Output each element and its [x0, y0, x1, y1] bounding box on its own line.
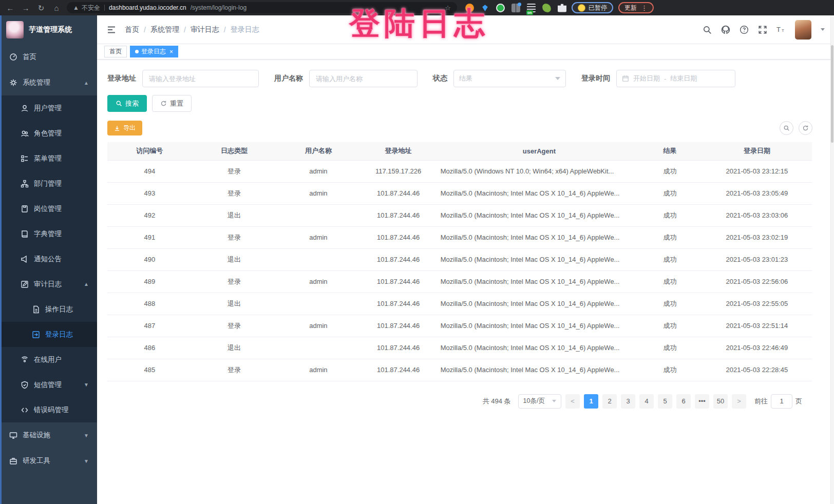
extension-list-icon[interactable]: on — [527, 4, 536, 12]
scrollbar-thumb[interactable] — [831, 45, 833, 143]
breadcrumb-home[interactable]: 首页 — [125, 25, 139, 34]
sidebar-item-login-log[interactable]: 登录日志 — [0, 322, 97, 347]
cell-result: 成功 — [638, 248, 702, 270]
browser-menu-kebab-icon[interactable]: ⋮ — [641, 4, 648, 12]
sidebar-item-operate-log[interactable]: 操作日志 — [0, 297, 97, 322]
cell-address: 101.87.244.46 — [361, 293, 437, 315]
sidebar-item-label: 角色管理 — [34, 129, 62, 138]
logo-image — [6, 21, 24, 38]
page-button-3[interactable]: 3 — [621, 394, 635, 409]
page-scrollbar[interactable] — [830, 15, 834, 504]
sidebar-item-notice[interactable]: 通知公告 — [0, 246, 97, 272]
sidebar-item-audit-log[interactable]: 审计日志 ▲ — [0, 272, 97, 297]
sidebar-item-error-code[interactable]: 错误码管理 — [0, 397, 97, 422]
breadcrumb-system[interactable]: 系统管理 — [150, 25, 179, 34]
page-ellipsis-button[interactable]: ••• — [695, 394, 709, 409]
extension-gem-icon[interactable] — [481, 4, 489, 12]
cell-id: 485 — [107, 359, 192, 381]
help-icon[interactable] — [740, 25, 749, 34]
cell-log-type: 退出 — [192, 204, 277, 226]
url-divider — [104, 5, 105, 11]
goto-label: 前往 — [754, 397, 768, 406]
table-row: 494登录admin117.159.17.226Mozilla/5.0 (Win… — [107, 160, 812, 182]
status-select[interactable]: 结果 — [453, 70, 566, 87]
page-button-5[interactable]: 5 — [658, 394, 672, 409]
cell-id: 489 — [107, 270, 192, 293]
extension-grid-icon[interactable] — [511, 4, 520, 12]
extension-leaf-icon[interactable] — [542, 4, 551, 12]
extension-green-circle-icon[interactable] — [496, 4, 505, 12]
breadcrumb-audit[interactable]: 审计日志 — [191, 25, 219, 34]
cell-username: admin — [276, 182, 360, 204]
cell-id: 492 — [107, 204, 192, 226]
browser-back-button[interactable]: ← — [5, 4, 15, 12]
cell-result: 成功 — [638, 160, 702, 182]
font-size-icon[interactable]: TT — [776, 25, 786, 34]
fullscreen-icon[interactable] — [758, 25, 767, 34]
browser-forward-button[interactable]: → — [21, 4, 31, 12]
cell-date: 2021-05-03 23:02:19 — [702, 226, 812, 248]
prev-page-button[interactable]: < — [565, 394, 580, 409]
goto-page-input[interactable] — [771, 394, 792, 409]
sidebar-item-role-mgmt[interactable]: 角色管理 — [0, 121, 97, 146]
github-icon[interactable] — [721, 25, 730, 34]
cell-result: 成功 — [638, 337, 702, 359]
cell-result: 成功 — [638, 359, 702, 381]
reset-button[interactable]: 重置 — [152, 95, 192, 112]
browser-update-button[interactable]: 更新 ⋮ — [618, 2, 654, 13]
profile-status-label: 已暂停 — [589, 4, 607, 12]
tag-login-log[interactable]: 登录日志 × — [130, 46, 178, 57]
cell-username: admin — [276, 160, 360, 182]
bookmark-star-icon[interactable]: ☆ — [445, 4, 451, 12]
tag-home[interactable]: 首页 — [104, 46, 127, 57]
sidebar-item-dev-tools[interactable]: 研发工具 ▼ — [0, 448, 97, 474]
avatar-caret-icon[interactable] — [821, 28, 825, 31]
refresh-circle-button[interactable] — [799, 121, 812, 135]
page-button-50[interactable]: 50 — [713, 394, 728, 409]
update-label: 更新 — [624, 4, 637, 12]
sidebar-item-dict-mgmt[interactable]: 字典管理 — [0, 221, 97, 246]
sidebar-item-menu-mgmt[interactable]: 菜单管理 — [0, 146, 97, 171]
sidebar-toggle-icon[interactable] — [106, 25, 117, 35]
browser-profile-chip[interactable]: 已暂停 — [572, 2, 613, 13]
sidebar-item-online-users[interactable]: 在线用户 — [0, 347, 97, 372]
user-avatar[interactable] — [795, 20, 811, 40]
search-button[interactable]: 搜索 — [107, 95, 147, 112]
sidebar-item-post-mgmt[interactable]: 岗位管理 — [0, 196, 97, 221]
not-secure-warning[interactable]: ▲ 不安全 — [73, 4, 100, 12]
page-button-2[interactable]: 2 — [602, 394, 617, 409]
page-button-4[interactable]: 4 — [639, 394, 654, 409]
browser-reload-button[interactable]: ↻ — [36, 4, 46, 12]
username-input[interactable] — [309, 70, 418, 87]
cell-result: 成功 — [638, 204, 702, 226]
page-button-1[interactable]: 1 — [584, 394, 598, 409]
page-button-6[interactable]: 6 — [676, 394, 691, 409]
filter-status: 状态 结果 — [433, 70, 566, 87]
sidebar-item-user-mgmt[interactable]: 用户管理 — [0, 95, 97, 121]
next-page-button[interactable]: > — [732, 394, 746, 409]
sidebar-item-dept-mgmt[interactable]: 部门管理 — [0, 171, 97, 196]
date-range-picker[interactable]: 开始日期 - 结束日期 — [616, 70, 735, 87]
sidebar-item-sms-mgmt[interactable]: 短信管理 ▼ — [0, 372, 97, 397]
sidebar-item-infra[interactable]: 基础设施 ▼ — [0, 422, 97, 448]
main-area: 首页 / 系统管理 / 审计日志 / 登录日志 TT 首页 登录日志 × — [97, 15, 834, 504]
search-icon[interactable] — [703, 25, 712, 34]
export-button[interactable]: 导出 — [107, 121, 142, 135]
toggle-search-circle-button[interactable] — [780, 121, 793, 135]
login-address-input[interactable] — [142, 70, 259, 87]
extensions-puzzle-icon[interactable] — [558, 4, 566, 12]
cell-useragent: Mozilla/5.0 (Macintosh; Intel Mac OS X 1… — [437, 182, 638, 204]
pagination-total: 共 494 条 — [483, 397, 511, 406]
sidebar-item-label: 首页 — [23, 52, 36, 62]
sidebar-item-system[interactable]: 系统管理 ▲ — [0, 70, 97, 95]
code-icon — [21, 406, 29, 414]
address-bar[interactable]: ▲ 不安全 dashboard.yudao.iocoder.cn/system/… — [67, 2, 457, 13]
app-logo[interactable]: 芋道管理系统 — [0, 15, 97, 44]
sidebar-item-home[interactable]: 首页 — [0, 44, 97, 70]
browser-home-button[interactable]: ⌂ — [51, 4, 62, 12]
page-size-select[interactable]: 10条/页 — [518, 394, 561, 409]
extension-orange-icon[interactable] — [465, 4, 474, 12]
tag-close-icon[interactable]: × — [169, 48, 173, 55]
cell-username — [276, 248, 360, 270]
table-toolbar: 导出 — [107, 121, 824, 135]
